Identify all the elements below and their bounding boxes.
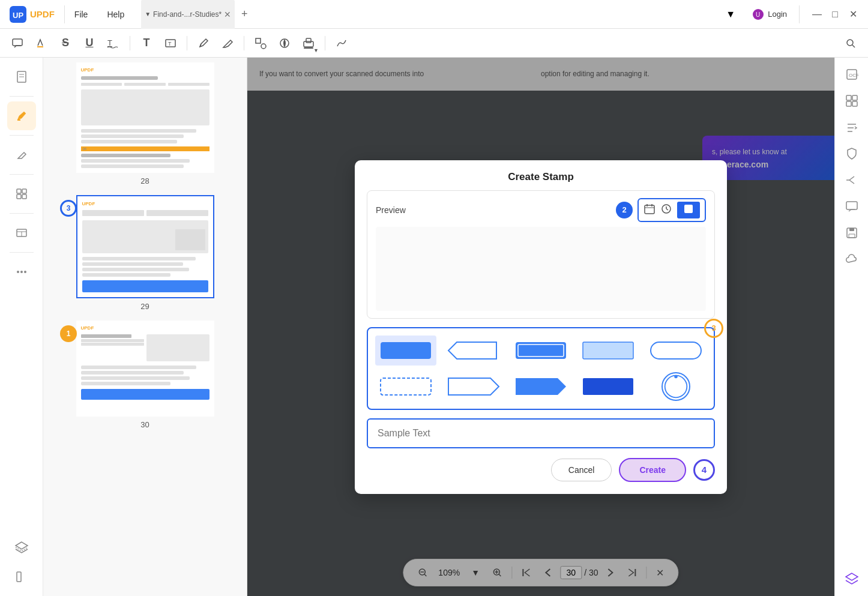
pencil-btn[interactable]	[193, 33, 214, 53]
create-stamp-dialog: Create Stamp Preview 2	[355, 160, 727, 494]
sidebar-organize[interactable]	[7, 179, 36, 208]
svg-line-39	[666, 209, 668, 210]
eraser-btn[interactable]	[217, 33, 238, 53]
svg-rect-46	[651, 342, 701, 359]
maximize-button[interactable]: □	[830, 9, 840, 20]
active-tab-label[interactable]: Find-and-...r-Studies*	[153, 10, 222, 19]
tab-bar: ▼ Find-and-...r-Studies* ✕ +	[134, 0, 721, 29]
svg-rect-45	[583, 342, 633, 359]
svg-rect-41	[381, 342, 431, 359]
sidebar-edit[interactable]	[7, 140, 36, 169]
strikethrough-btn[interactable]: S	[55, 33, 76, 53]
svg-line-16	[852, 45, 855, 47]
toolbar-sep4	[325, 36, 325, 50]
step3-badge: 3	[704, 319, 723, 338]
search-btn[interactable]	[840, 33, 861, 53]
right-sidebar: OCR	[834, 58, 868, 596]
svg-rect-64	[846, 95, 851, 100]
svg-text:T: T	[107, 38, 112, 47]
shape-btn[interactable]	[250, 33, 271, 53]
sidebar-sep1	[10, 96, 34, 97]
comment-tool-btn[interactable]	[7, 33, 28, 53]
rs-protect-btn[interactable]	[840, 142, 864, 166]
svg-point-29	[20, 271, 23, 273]
shape-dotted-rect[interactable]	[375, 372, 436, 402]
dialog-title: Create Stamp	[355, 160, 727, 190]
svg-point-51	[665, 375, 687, 397]
shape-solid-rect[interactable]	[577, 372, 639, 402]
square-type-btn[interactable]	[677, 202, 700, 218]
sidebar-sep3	[10, 174, 34, 175]
shape-outline-arrow-right[interactable]	[442, 372, 504, 402]
rs-layers-btn[interactable]	[840, 567, 864, 591]
shape-filled-rect[interactable]	[375, 336, 436, 366]
thumbnail-30[interactable]: 1 UPDF 30	[48, 321, 242, 429]
sidebar-sep4	[10, 213, 34, 214]
thumbnail-29[interactable]: 3 UPDF 29	[48, 195, 242, 311]
shape-outline-arrow-left[interactable]	[442, 336, 504, 366]
document-area: If you want to convert your scanned docu…	[247, 58, 834, 596]
thumb-number-29: 29	[140, 302, 149, 311]
thumbnail-28[interactable]: UPDF 06 28	[48, 62, 242, 185]
rs-share-btn[interactable]	[840, 168, 864, 192]
svg-rect-5	[37, 46, 43, 47]
rs-convert-btn[interactable]	[840, 115, 864, 139]
text-btn[interactable]: T	[136, 33, 157, 53]
sidebar-bottom[interactable]	[7, 562, 36, 591]
main-layout: UPDF 06 28 3 UPDF	[0, 58, 868, 596]
svg-marker-49	[516, 378, 566, 395]
rs-ocr-btn[interactable]: OCR	[840, 62, 864, 86]
stamp-text-input[interactable]	[367, 418, 715, 448]
svg-rect-22	[17, 189, 21, 193]
textbox-btn[interactable]: T	[160, 33, 181, 53]
rs-comment-btn[interactable]	[840, 194, 864, 218]
wavy-underline-btn[interactable]: T	[103, 33, 124, 53]
calendar-type-btn[interactable]	[643, 203, 656, 217]
titlebar-right: ▼ U Login — □ ✕	[721, 5, 868, 23]
shape-outline-rounded[interactable]	[645, 336, 707, 366]
svg-point-15	[847, 40, 853, 46]
sidebar-pages[interactable]	[7, 62, 36, 91]
menu-file[interactable]: File	[65, 0, 98, 29]
color-picker-btn[interactable]	[274, 33, 295, 53]
svg-rect-25	[22, 194, 26, 199]
create-button[interactable]: Create	[619, 458, 686, 482]
highlight-tool-btn[interactable]	[31, 33, 52, 53]
login-button[interactable]: U Login	[745, 6, 794, 23]
new-tab-button[interactable]: +	[235, 5, 254, 24]
shape-filled-double[interactable]	[510, 336, 571, 366]
titlebar: UP UPDF File Help ▼ Find-and-...r-Studie…	[0, 0, 868, 29]
rs-cloud-btn[interactable]	[840, 247, 864, 271]
svg-text:UP: UP	[13, 11, 23, 20]
rs-save-btn[interactable]	[840, 221, 864, 245]
svg-rect-47	[381, 378, 431, 395]
stamp-btn[interactable]: ▼	[298, 33, 319, 53]
step2-badge: 2	[616, 202, 633, 218]
svg-rect-9	[256, 38, 261, 43]
sidebar-more[interactable]	[7, 257, 36, 286]
cancel-button[interactable]: Cancel	[551, 459, 612, 481]
preview-canvas	[376, 227, 706, 311]
sidebar-highlight[interactable]	[7, 101, 36, 130]
svg-rect-24	[17, 194, 21, 199]
svg-rect-33	[645, 205, 654, 214]
menu-help[interactable]: Help	[97, 0, 134, 29]
signature-btn[interactable]: ▼	[331, 33, 352, 53]
close-button[interactable]: ✕	[848, 9, 858, 20]
svg-text:T: T	[168, 41, 172, 47]
svg-rect-4	[13, 39, 22, 46]
shape-circle-dotted[interactable]	[662, 372, 690, 401]
shape-light-rect[interactable]	[577, 336, 639, 366]
shape-filled-arrow-right[interactable]	[510, 372, 571, 402]
clock-type-btn[interactable]	[660, 203, 672, 217]
tab-close-icon[interactable]: ✕	[224, 10, 231, 19]
rs-organize-btn[interactable]	[840, 89, 864, 113]
underline-btn[interactable]: U	[79, 33, 100, 53]
svg-rect-67	[852, 101, 857, 106]
sidebar-layers[interactable]	[7, 534, 36, 562]
tab-dropdown[interactable]: ▼	[721, 7, 740, 22]
svg-rect-65	[852, 95, 857, 100]
sidebar-forms[interactable]	[7, 218, 36, 247]
minimize-button[interactable]: —	[812, 9, 822, 20]
svg-rect-14	[304, 47, 313, 49]
